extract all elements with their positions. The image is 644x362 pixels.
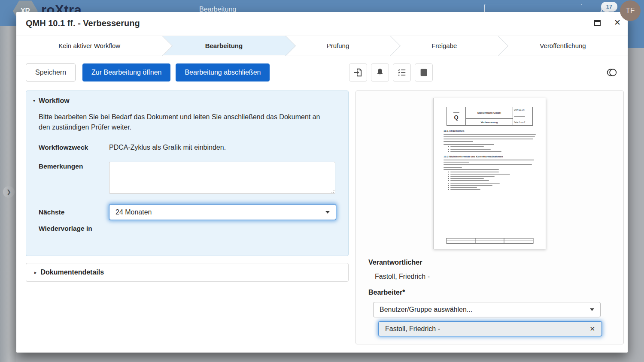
editor-user-select-placeholder: Benutzer/Gruppe auswählen... [380,306,472,314]
save-button[interactable]: Speichern [26,63,76,81]
preview-page-info: Seite 1 von 2 [513,119,532,125]
workflow-dialog: QMH 10.1 ff. - Verbesserung ✕ Kein aktiv… [16,12,628,353]
editor-selected-chip: Fastoll, Friedrich - ✕ [378,321,602,336]
left-column: ▾Workflow Bitte bearbeiten Sie bei Bedar… [26,90,349,344]
editor-selected-name: Fastoll, Friedrich - [385,325,440,333]
chevron-down-icon [590,308,594,311]
close-icon[interactable]: ✕ [614,18,621,27]
chevron-down-icon [325,211,330,214]
tab-label: Bearbeitung [205,42,243,49]
remove-icon[interactable]: ✕ [589,325,595,333]
workflow-purpose-row: Workflowzweck PDCA-Zyklus als Grafik mit… [39,143,341,151]
document-details-title: Dokumentendetails [41,268,104,276]
preview-logo-letter: Q [454,114,458,121]
workflow-purpose-label: Workflowzweck [39,143,109,151]
finish-editing-button[interactable]: Bearbeitung abschließen [176,63,270,81]
compare-toggle-icon [606,67,617,78]
preview-company: Mastermann GmbH [466,107,513,119]
user-avatar[interactable]: TF [620,0,641,21]
dialog-content: ▾Workflow Bitte bearbeiten Sie bei Bedar… [16,81,628,344]
remarks-label: Bemerkungen [39,162,109,194]
tab-bearbeitung[interactable]: Bearbeitung [162,36,285,55]
dialog-toolbar: Speichern Zur Bearbeitung öffnen Bearbei… [16,55,628,81]
dialog-header: QMH 10.1 ff. - Verbesserung ✕ [16,12,628,36]
tab-kein-aktiver-workflow[interactable]: Kein aktiver Workflow [16,36,162,55]
maximize-icon[interactable] [594,20,601,26]
responsible-label: Verantwortlicher [368,259,623,266]
workflow-section: ▾Workflow Bitte bearbeiten Sie bei Bedar… [26,90,349,256]
tab-veroeffentlichung[interactable]: Veröffentlichung [498,36,628,55]
resubmission-select[interactable]: 24 Monaten [109,204,336,220]
remarks-row: Bemerkungen [39,162,341,194]
workflow-purpose-value: PDCA-Zyklus als Grafik mit einbinden. [109,143,226,151]
responsible-value: Fastoll, Friedrich - [375,273,623,281]
document-preview-thumbnail[interactable]: Q Mastermann GmbH Verbesserung QMH 10.1 … [433,98,546,249]
resubmission-label: Nächste Wiedervorlage in [39,204,109,237]
tab-freigabe[interactable]: Freigabe [390,36,498,55]
dialog-title: QMH 10.1 ff. - Verbesserung [26,18,140,28]
preview-doc-title: Verbesserung [466,119,513,125]
preview-title-cell: Mastermann GmbH Verbesserung [466,107,513,125]
toolbar-icon-group [349,63,433,81]
tab-label: Kein aktiver Workflow [58,42,120,49]
chevron-down-icon: ▾ [33,98,35,103]
preview-header-table: Q Mastermann GmbH Verbesserung QMH 10.1 … [447,107,533,126]
workflow-step-tabs: Kein aktiver Workflow Bearbeitung Prüfun… [16,36,628,55]
preview-logo-cell: Q [447,107,466,125]
editor-label: Bearbeiter* [368,289,623,296]
preview-heading-2: 10.2 Nichtkonformität und Korrekturmaßna… [444,155,536,158]
reminder-button[interactable] [371,63,389,81]
preview-meta-cell: QMH 10.1 ff. Seite 1 von 2 [513,107,532,125]
preview-heading-1: 10.1 Allgemeines [444,130,536,132]
stop-icon [419,68,428,77]
workflow-section-header[interactable]: ▾Workflow [33,97,341,105]
tab-label: Prüfung [327,42,349,49]
stop-workflow-button[interactable] [415,63,433,81]
document-details-section-header[interactable]: ▸Dokumentendetails [26,263,349,282]
document-panel: Q Mastermann GmbH Verbesserung QMH 10.1 … [355,90,624,344]
sidebar-expand-button[interactable]: ❯ [3,186,15,198]
preview-doc-date [513,113,532,119]
chevron-right-icon: ▸ [34,270,37,275]
resubmission-select-value: 24 Monaten [115,208,152,216]
document-check-in-button[interactable] [349,63,367,81]
document-check-in-icon [353,68,363,77]
tab-pruefung[interactable]: Prüfung [286,36,391,55]
compare-toggle-button[interactable] [605,66,618,79]
preview-signature-table [446,238,533,244]
preview-doc-code: QMH 10.1 ff. [513,107,532,113]
remarks-textarea[interactable] [109,162,335,194]
tab-label: Veröffentlichung [540,42,586,49]
notification-count-badge: 17 [601,2,617,12]
task-list-button[interactable] [393,63,411,81]
editor-user-select[interactable]: Benutzer/Gruppe auswählen... [373,302,601,317]
bell-icon [375,68,385,77]
open-for-editing-button[interactable]: Zur Bearbeitung öffnen [82,63,170,81]
workflow-instruction: Bitte bearbeiten Sie bei Bedarf das Doku… [39,112,323,132]
workflow-section-title: Workflow [39,97,70,104]
task-list-icon [397,68,407,77]
resubmission-row: Nächste Wiedervorlage in 24 Monaten [39,204,341,237]
preview-body: 10.1 Allgemeines 10.2 Nichtkonformität u… [440,130,539,190]
tab-label: Freigabe [431,42,457,49]
